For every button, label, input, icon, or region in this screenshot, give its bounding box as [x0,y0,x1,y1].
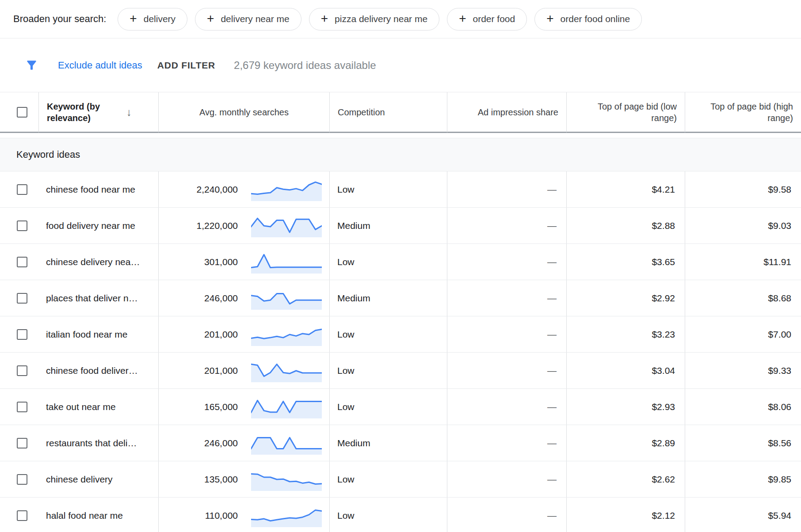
keyword-text: places that deliver n… [46,293,138,304]
top-bid-low-cell: $3.23 [566,316,685,352]
keyword-text: chinese delivery nea… [46,257,140,267]
avg-searches-cell: 135,000 [158,461,329,497]
row-checkbox[interactable] [17,365,27,376]
header-top-bid-high[interactable]: Top of page bid (high range) [685,92,801,133]
keyword-cell: food delivery near me [38,208,158,243]
top-bid-high-cell: $8.56 [685,425,801,461]
top-bid-high-cell: $11.91 [685,244,801,280]
broaden-pill[interactable]: + pizza delivery near me [309,8,439,30]
keyword-cell: places that deliver n… [38,280,158,316]
row-checkbox[interactable] [17,402,27,412]
row-checkbox[interactable] [17,438,27,448]
ad-impression-share-cell: — [447,244,566,280]
row-checkbox[interactable] [17,220,27,231]
competition-value: Medium [337,438,370,448]
top-bid-low-cell: $3.65 [566,244,685,280]
ad-impression-share-cell: — [447,461,566,497]
keyword-text: chinese delivery [46,474,113,485]
header-top-bid-low[interactable]: Top of page bid (low range) [566,92,685,133]
row-checkbox[interactable] [17,184,27,195]
top-bid-high-value: $9.58 [768,184,791,195]
ad-impression-share-value: — [547,257,557,267]
table-row: take out near me 165,000 Low — $2.93 $8.… [0,389,801,425]
table-row: chinese delivery nea… 301,000 Low — $3.6… [0,244,801,280]
competition-cell: Low [329,353,447,388]
ad-impression-share-cell: — [447,171,566,207]
top-bid-low-value: $3.65 [652,257,675,267]
top-bid-low-value: $3.04 [652,365,675,376]
row-checkbox-cell [0,353,38,388]
ad-impression-share-cell: — [447,389,566,425]
row-checkbox-cell [0,208,38,243]
keyword-ideas-table: Keyword (by relevance) ↓ Avg. monthly se… [0,92,801,532]
top-bid-high-cell: $9.03 [685,208,801,243]
header-keyword[interactable]: Keyword (by relevance) ↓ [38,92,158,133]
table-row: chinese food deliver… 201,000 Low — $3.0… [0,353,801,389]
search-trend-sparkline [251,251,322,274]
header-ad-impression-share[interactable]: Ad impression share [447,92,566,133]
ad-impression-share-cell: — [447,280,566,316]
ad-impression-share-value: — [547,438,557,448]
header-top-bid-low-label: Top of page bid (low range) [575,101,677,124]
keyword-cell: chinese delivery [38,461,158,497]
exclude-adult-ideas-link[interactable]: Exclude adult ideas [58,60,142,71]
header-select-all-cell [0,92,38,133]
search-trend-sparkline [251,432,322,455]
plus-icon: + [321,12,328,25]
row-checkbox-cell [0,171,38,207]
ad-impression-share-value: — [547,510,557,521]
top-bid-low-value: $2.92 [652,293,675,304]
row-checkbox[interactable] [17,510,27,521]
top-bid-low-cell: $2.92 [566,280,685,316]
top-bid-high-cell: $7.00 [685,316,801,352]
top-bid-high-value: $7.00 [768,329,791,340]
add-filter-button[interactable]: ADD FILTER [157,60,215,71]
avg-searches-value: 110,000 [205,510,238,521]
plus-icon: + [459,12,466,25]
table-header: Keyword (by relevance) ↓ Avg. monthly se… [0,92,801,133]
top-bid-low-cell: $4.21 [566,171,685,207]
top-bid-low-cell: $3.04 [566,353,685,388]
header-avg-monthly-searches[interactable]: Avg. monthly searches [158,92,329,133]
filter-bar: Exclude adult ideas ADD FILTER 2,679 key… [0,38,801,92]
keyword-cell: chinese delivery nea… [38,244,158,280]
competition-cell: Low [329,171,447,207]
row-checkbox[interactable] [17,293,27,304]
ad-impression-share-value: — [547,402,557,412]
avg-searches-value: 301,000 [204,257,238,267]
search-trend-sparkline [251,359,322,382]
broaden-pill[interactable]: + order food [447,8,527,30]
row-checkbox[interactable] [17,474,27,485]
keyword-text: halal food near me [46,510,123,521]
competition-cell: Low [329,461,447,497]
top-bid-high-value: $8.68 [768,293,791,304]
broaden-pills: + delivery + delivery near me + pizza de… [118,8,642,30]
avg-searches-value: 201,000 [204,329,238,340]
table-row: italian food near me 201,000 Low — $3.23… [0,316,801,353]
top-bid-low-value: $2.62 [652,474,675,485]
search-trend-sparkline [251,287,322,310]
broaden-pill[interactable]: + delivery [118,8,187,30]
competition-cell: Medium [329,208,447,243]
avg-searches-cell: 246,000 [158,280,329,316]
header-top-bid-high-label: Top of page bid (high range) [693,101,793,124]
header-competition[interactable]: Competition [329,92,447,133]
pill-label: order food online [561,14,630,24]
top-bid-low-value: $3.23 [652,329,675,340]
broaden-search-label: Broaden your search: [13,13,106,25]
top-bid-high-cell: $8.06 [685,389,801,425]
keyword-cell: halal food near me [38,498,158,532]
search-trend-sparkline [251,395,322,418]
row-checkbox-cell [0,461,38,497]
sort-desc-arrow-icon[interactable]: ↓ [126,105,132,119]
row-checkbox-cell [0,244,38,280]
broaden-pill[interactable]: + delivery near me [195,8,301,30]
select-all-checkbox[interactable] [17,107,27,118]
competition-cell: Medium [329,425,447,461]
row-checkbox[interactable] [17,257,27,267]
row-checkbox[interactable] [17,329,27,340]
broaden-pill[interactable]: + order food online [534,8,642,30]
competition-value: Low [337,474,355,485]
header-gap-strip [0,133,801,138]
competition-value: Medium [337,293,370,304]
